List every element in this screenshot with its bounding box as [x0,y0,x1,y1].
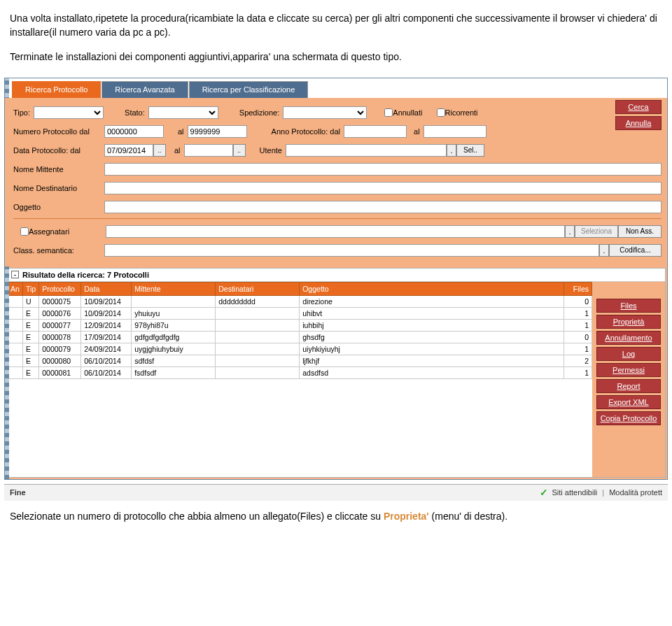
grid-empty-space [7,379,592,477]
numprot-dal-input[interactable] [104,125,164,138]
status-modalita: Modalità protett [609,488,662,497]
row-mittente: Nome Mittente [13,161,662,178]
cell-destinatari [216,307,300,319]
cell-files: 1 [564,343,592,355]
annoprot-al-input[interactable] [424,125,486,138]
intro-text: Una volta installato,ripetete la procedu… [0,0,672,78]
cell-oggetto: ljfkhjf [300,355,564,367]
cell-oggetto: ghsdfg [300,331,564,343]
col-data[interactable]: Data [81,282,132,295]
permessi-button[interactable]: Permessi [596,363,661,377]
codifica-button[interactable]: Codifica... [609,244,662,257]
classsem-input[interactable] [104,244,599,257]
assegnatari-input[interactable] [106,225,565,238]
col-mittente[interactable]: Mittente [132,282,216,295]
tipo-select[interactable] [34,106,104,119]
spedizione-select[interactable] [283,106,367,119]
cell-an [8,343,23,355]
table-row[interactable]: U000007510/09/2014ddddddddddirezione0 [8,295,592,307]
assegnatari-dot-button[interactable]: . [565,225,575,238]
utente-input[interactable] [286,144,447,157]
col-tip[interactable]: Tip [23,282,39,295]
assegnatari-checkbox[interactable] [20,227,29,236]
seleziona-button[interactable]: Seleziona [575,225,618,238]
copia-protocollo-button[interactable]: Copia Protocollo [596,411,661,425]
tab-ricerca-avanzata[interactable]: Ricerca Avanzata [102,81,188,98]
col-oggetto[interactable]: Oggetto [300,282,564,295]
tab-ricerca-protocollo[interactable]: Ricerca Protocollo [12,81,101,98]
proprieta-button[interactable]: Proprietà [596,315,661,329]
cell-mittente: 978yhi87u [132,319,216,331]
cell-oggetto: direzione [300,295,564,307]
cell-mittente: fsdfsdf [132,367,216,378]
annulla-button[interactable]: Annulla [615,116,662,130]
mittente-input[interactable] [104,163,662,176]
annullati-checkbox[interactable] [384,108,393,117]
destinatario-input[interactable] [104,182,662,194]
lbl-ricorrenti: Ricorrenti [445,108,478,117]
lbl-al2: al [414,127,420,136]
ricorrenti-checkbox[interactable] [437,108,445,117]
cell-protocollo: 0000078 [39,331,81,343]
status-bar: Fine ✓ Siti attendibili | Modalità prote… [4,484,668,501]
exportxml-button[interactable]: Export XML [596,395,661,409]
app-window: Ricerca Protocollo Ricerca Avanzata Rice… [4,78,668,480]
log-button[interactable]: Log [596,347,661,361]
annoprot-dal-input[interactable] [344,125,407,138]
cell-files: 0 [564,331,592,343]
utente-dot-button[interactable]: . [447,144,456,157]
cell-mittente: sdfdsf [132,355,216,367]
paragraph-1: Una volta installato,ripetete la procedu… [10,11,662,40]
col-protocollo[interactable]: Protocollo [39,282,81,295]
cell-data: 10/09/2014 [81,307,132,319]
cell-mittente: gdfgdfgdfgdfg [132,331,216,343]
cell-tip: E [23,355,39,367]
row-classsem: Class. semantica: . Codifica... [13,242,662,259]
cell-tip: U [23,295,39,307]
cell-destinatari [216,343,300,355]
cell-tip: E [23,307,39,319]
cerca-button[interactable]: Cerca [615,100,662,114]
cell-protocollo: 0000081 [39,367,81,378]
cell-oggetto: uiyhkiyiuyhj [300,343,564,355]
sel-button[interactable]: Sel.. [456,144,484,157]
col-destinatari[interactable]: Destinatari [216,282,300,295]
oggetto-input[interactable] [104,201,662,213]
results-body: An Tip Protocollo Data Mittente Destinat… [7,282,665,477]
dataprot-al-input[interactable] [184,144,233,157]
tab-ricerca-classificazione[interactable]: Ricerca per Classificazione [189,81,309,98]
numprot-al-input[interactable] [188,125,247,138]
lbl-al3: al [174,146,181,155]
grid-area: An Tip Protocollo Data Mittente Destinat… [7,282,592,477]
lbl-oggetto: Oggetto [13,203,101,211]
date-picker-1[interactable]: .. [153,144,166,157]
cell-files: 1 [564,319,592,331]
table-row[interactable]: E000007817/09/2014gdfgdfgdfgdfgghsdfg0 [8,331,592,343]
stato-select[interactable] [148,106,218,119]
table-row[interactable]: E000008106/10/2014fsdfsdfadsdfsd1 [8,367,592,378]
col-files[interactable]: Files [564,282,592,295]
results-grid[interactable]: An Tip Protocollo Data Mittente Destinat… [7,282,592,379]
report-button[interactable]: Report [596,379,661,393]
classsem-dot-button[interactable]: . [599,244,609,257]
collapse-icon[interactable]: - [11,271,19,278]
lbl-al1: al [178,127,184,136]
lbl-spedizione: Spedizione: [239,108,280,117]
date-picker-2[interactable]: .. [233,144,246,157]
cell-destinatari [216,331,300,343]
cell-destinatari [216,319,300,331]
cell-oggetto: iuhbihj [300,319,564,331]
table-row[interactable]: E000007712/09/2014978yhi87uiuhbihj1 [8,319,592,331]
table-row[interactable]: E000007924/09/2014uygjghiuhybuiyuiyhkiyi… [8,343,592,355]
annullamento-button[interactable]: Annullamento [596,331,661,345]
cell-files: 0 [564,295,592,307]
files-button[interactable]: Files [596,299,661,313]
table-row[interactable]: E000007610/09/2014yhuiuyuuhibvt1 [8,307,592,319]
nonass-button[interactable]: Non Ass. [618,225,662,238]
dataprot-dal-input[interactable] [104,144,153,157]
row-oggetto: Oggetto [13,199,662,215]
cell-an [8,295,23,307]
table-row[interactable]: E000008006/10/2014sdfdsfljfkhjf2 [8,355,592,367]
tabs-row: Ricerca Protocollo Ricerca Avanzata Rice… [5,78,667,98]
col-an[interactable]: An [8,282,23,295]
